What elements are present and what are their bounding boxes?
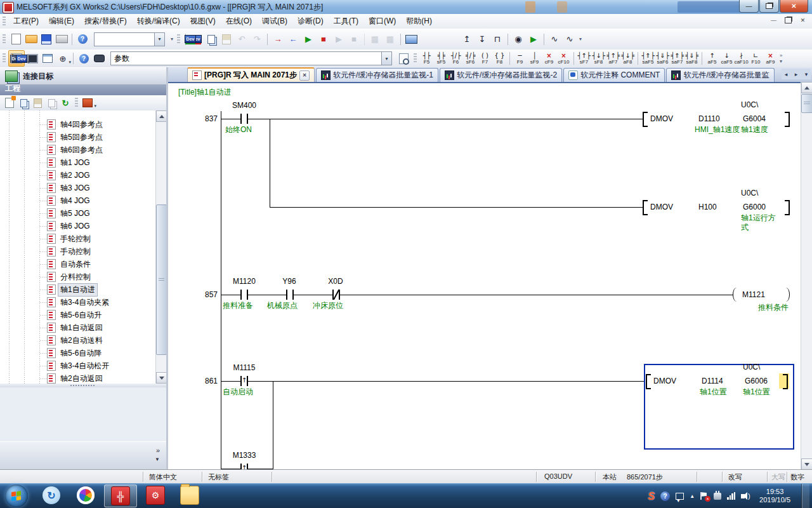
scroll-up-button[interactable] xyxy=(801,82,812,93)
write-to-plc-icon[interactable]: → xyxy=(270,32,285,47)
instruction[interactable]: DMOV xyxy=(653,377,676,385)
contact-device[interactable]: M1120 xyxy=(225,277,263,286)
trace-rise-icon[interactable]: ↥ xyxy=(459,32,475,47)
toolbar-overflow-icon[interactable]: ▾ xyxy=(579,36,581,42)
sogou-tray-icon[interactable]: S xyxy=(648,492,655,500)
ladder-symbol-button[interactable]: ∟F10 xyxy=(749,50,763,67)
tab-next-icon[interactable]: ▸ xyxy=(792,69,801,79)
tree-scrollbar[interactable] xyxy=(155,110,166,384)
tree-item[interactable]: 轴5-6自动升 xyxy=(0,309,166,321)
more-views-icon[interactable]: » xyxy=(156,447,160,454)
scroll-thumb[interactable] xyxy=(156,204,167,355)
combo-dropdown-icon[interactable] xyxy=(154,33,164,46)
menu-item[interactable]: 在线(O) xyxy=(221,14,257,29)
tree-item[interactable]: 轴2自动返回 xyxy=(0,372,166,384)
ladder-symbol-button[interactable]: ╡╞sF5 xyxy=(434,50,449,67)
tree-item[interactable]: 轴6回参考点 xyxy=(0,144,166,156)
pulse-output-icon[interactable]: ⊓ xyxy=(490,32,505,47)
tree-item[interactable]: 轴5-6自动降 xyxy=(0,347,166,359)
operand[interactable]: H100 xyxy=(698,203,717,211)
toolbar-grip[interactable] xyxy=(3,17,6,27)
ladder-symbol-button[interactable]: ╡⇓╞saF8 xyxy=(684,50,699,67)
tab-device-monitor-2[interactable]: 软元件/缓冲存储器批量监视-2 ✕ xyxy=(440,68,562,82)
contact-device[interactable]: M1333 xyxy=(225,451,263,460)
device-display-icon[interactable]: Dev xyxy=(14,51,29,66)
monitor-pause-icon[interactable]: ▶ xyxy=(331,32,346,47)
help-icon[interactable]: ? xyxy=(75,32,90,47)
contact-device[interactable]: Y96 xyxy=(270,277,308,286)
tree-item[interactable]: 轴1自动返回 xyxy=(0,321,166,334)
scroll-down-button[interactable] xyxy=(801,458,812,470)
undo-icon[interactable]: ↶ xyxy=(234,32,249,47)
mdi-close-button[interactable]: ✕ xyxy=(797,15,808,25)
tree-item[interactable]: 分料控制 xyxy=(0,271,166,283)
ladder-symbol-button[interactable]: ╡↑╞aF7 xyxy=(606,50,620,67)
contact-device[interactable]: X0D xyxy=(317,277,355,286)
network-signal-icon[interactable] xyxy=(727,492,735,500)
simulation-start-icon[interactable]: ▦ xyxy=(367,32,383,47)
help-tray-icon[interactable]: ? xyxy=(660,491,670,501)
tree-item[interactable]: 轴4 JOG xyxy=(0,194,166,207)
menu-item[interactable]: 工具(T) xyxy=(329,14,363,29)
monitor-resume-icon[interactable]: ■ xyxy=(346,32,362,47)
read-from-plc-icon[interactable]: ← xyxy=(285,32,301,47)
tab-device-monitor-3[interactable]: 软元件/缓冲存储器批量监 ✕ xyxy=(666,68,774,82)
gx-works2-icon[interactable]: ╬ xyxy=(104,485,137,507)
monitor-start-icon[interactable]: ▶ xyxy=(301,32,316,47)
start-button[interactable] xyxy=(5,485,28,507)
tab-prg-main[interactable]: [PRG]R 写入 MAIN 2071步 ✕ xyxy=(187,67,315,82)
scroll-up-button[interactable] xyxy=(156,110,167,122)
operand[interactable]: D1114 xyxy=(702,377,723,385)
ladder-symbol-button[interactable]: ( )F7 xyxy=(478,50,492,67)
log-viewer-icon[interactable]: ⚙ xyxy=(140,485,171,506)
find-binoculars-icon[interactable] xyxy=(91,51,107,66)
print-icon[interactable] xyxy=(54,32,69,47)
ladder-symbol-button[interactable]: ┤├F5 xyxy=(419,50,434,67)
ladder-symbol-button[interactable]: ╡/╞sF6 xyxy=(463,50,478,67)
tree-item[interactable]: 手动控制 xyxy=(0,245,166,258)
open-project-icon[interactable] xyxy=(23,32,39,47)
menu-item[interactable]: 编辑(E) xyxy=(44,14,79,29)
mdi-restore-button[interactable] xyxy=(783,15,794,25)
wave-monitor-icon[interactable]: ∿ xyxy=(547,32,562,47)
ladder-symbol-button[interactable]: ─F9 xyxy=(513,50,527,67)
tree-item[interactable]: 轴5回参考点 xyxy=(0,131,166,144)
save-project-icon[interactable] xyxy=(39,32,54,47)
parameter-combobox[interactable]: 参数 xyxy=(110,51,392,65)
operand[interactable]: D1110 xyxy=(698,114,720,123)
ladder-symbol-button[interactable]: { }F8 xyxy=(492,50,507,67)
copy-icon[interactable] xyxy=(204,32,219,47)
paste-data-icon[interactable] xyxy=(30,97,44,109)
watch-start-icon[interactable]: ▶ xyxy=(526,32,541,47)
menu-item[interactable]: 调试(B) xyxy=(257,14,292,29)
tree-item[interactable]: 轴4回参考点 xyxy=(0,118,166,131)
toolbar-grip[interactable] xyxy=(3,53,6,64)
tree-item[interactable]: 轴3-4自动松开 xyxy=(0,359,166,372)
ladder-symbol-button[interactable]: ╡⇑╞saF7 xyxy=(670,50,684,67)
tree-item[interactable]: 轴3-4自动夹紧 xyxy=(0,296,166,309)
sort-icon[interactable] xyxy=(81,97,95,109)
tree-item[interactable]: 轴1 JOG xyxy=(0,156,166,169)
ladder-canvas[interactable]: [Title]轴1自动进 837 SM400 始终ON DMOV D1110 U… xyxy=(168,82,801,470)
redo-icon[interactable]: ↷ xyxy=(249,32,265,47)
tree-item[interactable]: 自动条件 xyxy=(0,258,166,271)
connection-target-button[interactable]: 连接目标 xyxy=(0,67,166,85)
power-plug-icon[interactable] xyxy=(714,493,721,500)
tree-item[interactable]: 轴3 JOG xyxy=(0,182,166,194)
operand[interactable]: G6006 xyxy=(745,377,768,385)
scroll-down-button[interactable] xyxy=(156,372,167,384)
window-tray-icon[interactable] xyxy=(676,493,684,500)
coil-device[interactable]: M1121 xyxy=(742,290,765,299)
ladder-symbol-button[interactable]: ┤↑├sF7 xyxy=(577,50,591,67)
ladder-symbol-button[interactable]: ×aF9 xyxy=(763,50,778,67)
editor-scrollbar[interactable] xyxy=(801,82,812,470)
pinwheel-browser-icon[interactable] xyxy=(70,485,102,506)
tab-device-monitor-1[interactable]: 软元件/缓冲存储器批量监视-1 ✕ xyxy=(316,68,438,82)
tab-close-icon[interactable]: ✕ xyxy=(299,70,310,81)
menu-item[interactable]: 诊断(D) xyxy=(292,14,329,29)
tab-device-comment[interactable]: 软元件注释 COMMENT ✕ xyxy=(563,68,665,82)
tree-item[interactable]: 轴6 JOG xyxy=(0,220,166,232)
ladder-symbol-button[interactable]: ┤↓├sF8 xyxy=(591,50,606,67)
trace-fall-icon[interactable]: ↧ xyxy=(475,32,490,47)
remote-screen-icon[interactable] xyxy=(403,32,419,47)
